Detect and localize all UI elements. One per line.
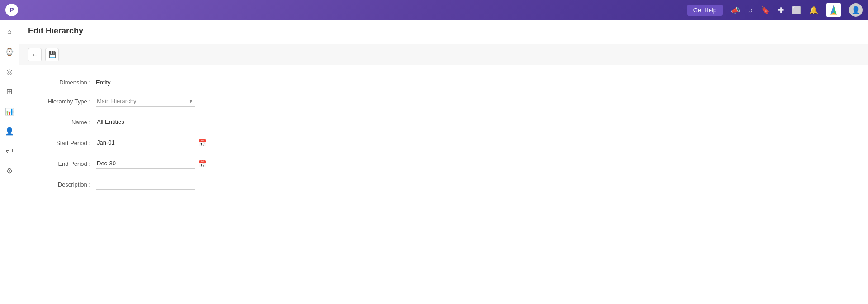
description-label: Description :: [37, 181, 96, 188]
user-avatar[interactable]: 👤: [849, 3, 863, 17]
page-header: Edit Hierarchy: [19, 20, 868, 44]
save-button[interactable]: 💾: [45, 48, 59, 61]
sidebar-item-grid[interactable]: ⊞: [3, 85, 16, 98]
sidebar-item-target[interactable]: ◎: [3, 65, 16, 78]
hierarchy-type-wrapper: Main Hierarchy Alternate Hierarchy ▼: [96, 96, 195, 107]
toolbar: ← 💾: [19, 44, 868, 65]
form-area: Dimension : Entity Hierarchy Type : Main…: [19, 65, 868, 213]
dimension-label: Dimension :: [37, 79, 96, 86]
content-area: Edit Hierarchy ← 💾 Dimension : Entity Hi…: [19, 20, 868, 304]
hierarchy-type-row: Hierarchy Type : Main Hierarchy Alternat…: [37, 96, 850, 107]
search-icon[interactable]: ⌕: [748, 6, 753, 14]
end-period-input[interactable]: [96, 158, 195, 169]
start-period-label: Start Period :: [37, 140, 96, 146]
top-nav-right: Get Help 📣 ⌕ 🔖 ✚ ⬜ 🔔 👤: [687, 3, 863, 17]
back-button[interactable]: ←: [28, 48, 42, 61]
name-input[interactable]: [96, 117, 195, 127]
sidebar-item-settings[interactable]: ⚙: [3, 164, 16, 177]
sidebar-item-badge[interactable]: 🏷: [3, 145, 16, 157]
end-period-row: End Period : 📅: [37, 158, 850, 169]
description-input[interactable]: [96, 179, 195, 190]
hierarchy-type-label: Hierarchy Type :: [37, 98, 96, 105]
end-period-label: End Period :: [37, 160, 96, 167]
sidebar-item-person[interactable]: 👤: [3, 125, 16, 137]
get-help-button[interactable]: Get Help: [687, 5, 723, 16]
sidebar-item-chart[interactable]: 📊: [3, 105, 16, 117]
dimension-value: Entity: [96, 79, 111, 86]
compass-icon[interactable]: ✚: [778, 6, 784, 14]
bookmark-icon[interactable]: 🔖: [761, 6, 770, 14]
end-period-calendar-icon[interactable]: 📅: [198, 159, 207, 168]
start-period-row: Start Period : 📅: [37, 137, 850, 148]
page-title: Edit Hierarchy: [28, 26, 859, 36]
start-period-input[interactable]: [96, 137, 195, 148]
end-period-wrapper: 📅: [96, 158, 207, 169]
name-row: Name :: [37, 117, 850, 127]
top-navigation: P Get Help 📣 ⌕ 🔖 ✚ ⬜ 🔔 👤: [0, 0, 868, 20]
cube-icon[interactable]: ⬜: [792, 6, 801, 14]
sidebar-item-home[interactable]: ⌂: [3, 25, 16, 38]
app-logo: P: [5, 4, 18, 16]
start-period-calendar-icon[interactable]: 📅: [198, 139, 207, 147]
main-layout: ⌂ ⌚ ◎ ⊞ 📊 👤 🏷 ⚙ Edit Hierarchy ← 💾 Dimen…: [0, 20, 868, 304]
sidebar-item-history[interactable]: ⌚: [3, 45, 16, 58]
brand-logo: [826, 3, 841, 17]
megaphone-icon[interactable]: 📣: [731, 6, 740, 14]
hierarchy-type-select[interactable]: Main Hierarchy Alternate Hierarchy: [96, 96, 195, 107]
start-period-wrapper: 📅: [96, 137, 207, 148]
bell-icon[interactable]: 🔔: [809, 6, 818, 14]
name-label: Name :: [37, 119, 96, 126]
dimension-row: Dimension : Entity: [37, 79, 850, 86]
description-row: Description :: [37, 179, 850, 190]
sidebar: ⌂ ⌚ ◎ ⊞ 📊 👤 🏷 ⚙: [0, 20, 19, 304]
